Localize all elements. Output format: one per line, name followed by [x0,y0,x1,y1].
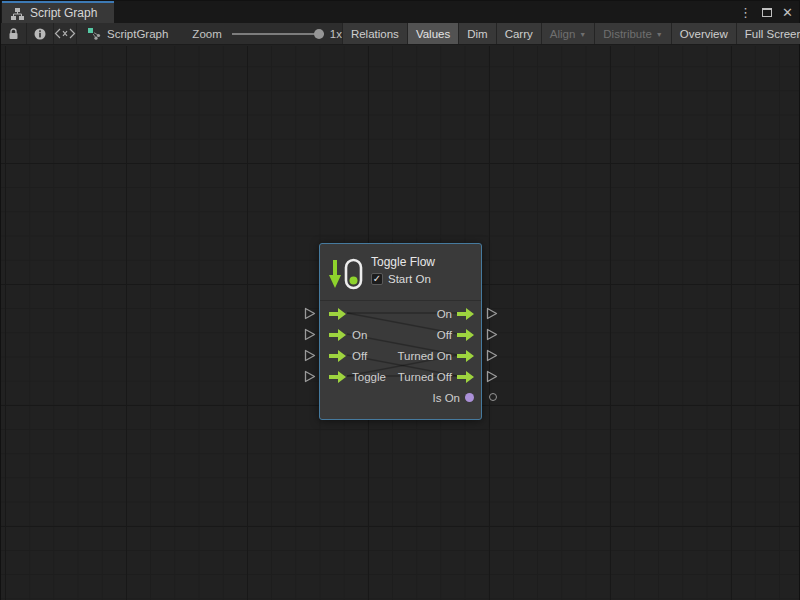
output-connector-triangle[interactable] [486,370,498,383]
output-port-on[interactable]: On [437,303,474,324]
zoom-value: 1x [330,28,342,40]
flow-port-arrow [457,329,474,341]
output-port-turned-on[interactable]: Turned On [397,345,474,366]
zoom-label: Zoom [192,28,221,40]
output-connector-triangle[interactable] [486,307,498,320]
flow-port-arrow [329,329,346,341]
output-port-turned-off[interactable]: Turned Off [398,366,474,387]
input-connector-triangle[interactable] [304,349,316,362]
flow-port-arrow [329,308,346,320]
values-button[interactable]: Values [407,23,458,44]
toggle-switch-icon [344,258,363,290]
lock-button[interactable] [1,23,27,44]
script-graph-window: Script Graph ⋮ ✕ [0,0,800,600]
input-port-on[interactable]: On [329,324,367,345]
title-bar: Script Graph ⋮ ✕ [1,1,799,23]
tab-title: Script Graph [30,6,97,20]
toggle-flow-icon [328,253,363,294]
output-port-is-on[interactable]: Is On [433,387,474,408]
flow-port-arrow [457,371,474,383]
node-title: Toggle Flow [371,255,435,269]
chevron-down-icon: ▼ [656,31,663,38]
fullscreen-button[interactable]: Full Screen [736,23,800,44]
zoom-slider-track [232,33,324,35]
breadcrumb-scriptgraph[interactable]: ScriptGraph [77,23,178,44]
tab-script-graph[interactable]: Script Graph [2,1,114,23]
flow-port-arrow [329,350,346,362]
distribute-button[interactable]: Distribute ▼ [594,23,671,44]
info-icon [34,28,46,40]
edit-script-button[interactable] [54,23,77,44]
overview-button[interactable]: Overview [671,23,736,44]
value-connector-ring[interactable] [489,393,497,401]
chevron-down-icon: ▼ [579,31,586,38]
graph-canvas[interactable]: Toggle Flow ✓ Start On [1,46,799,600]
input-connector-triangle[interactable] [304,307,316,320]
input-port-enter[interactable] [329,303,352,324]
kebab-menu-icon[interactable]: ⋮ [739,6,752,19]
output-connector-triangle[interactable] [486,349,498,362]
carry-button[interactable]: Carry [496,23,541,44]
node-header: Toggle Flow ✓ Start On [320,244,481,301]
lock-icon [8,28,19,40]
graph-toolbar: ScriptGraph Zoom 1x Relations Values Dim… [1,23,799,45]
value-port-dot [465,393,474,402]
input-connector-triangle[interactable] [304,328,316,341]
input-port-toggle[interactable]: Toggle [329,366,386,387]
node-toggle-flow[interactable]: Toggle Flow ✓ Start On [319,243,482,420]
zoom-control: Zoom 1x [192,23,342,44]
zoom-slider-handle[interactable] [314,29,324,39]
toolbar-toggle-group: Relations Values Dim Carry Align ▼ Distr… [342,23,800,44]
checkbox-label: Start On [388,273,431,285]
flow-port-arrow [329,371,346,383]
close-icon[interactable]: ✕ [782,6,793,19]
start-on-checkbox[interactable]: ✓ Start On [371,273,435,285]
flow-arrow-icon [328,259,342,290]
port-row: On [320,303,481,324]
script-graph-icon [87,27,101,40]
node-header-text: Toggle Flow ✓ Start On [371,253,435,294]
relations-button[interactable]: Relations [342,23,407,44]
port-row: On Off [320,324,481,345]
port-row: Toggle Turned Off [320,366,481,387]
node-ports: On On Off [320,301,481,408]
dim-button[interactable]: Dim [458,23,495,44]
angle-brackets-x-icon [54,28,76,39]
maximize-icon[interactable] [762,8,772,17]
graph-tab-icon [11,7,24,20]
port-row: Off Turned On [320,345,481,366]
output-connector-triangle[interactable] [486,328,498,341]
info-button[interactable] [27,23,54,44]
zoom-slider[interactable] [232,28,324,40]
flow-port-arrow [457,308,474,320]
input-port-off[interactable]: Off [329,345,367,366]
window-controls: ⋮ ✕ [739,1,793,23]
output-port-off[interactable]: Off [437,324,474,345]
port-row: Is On [320,387,481,408]
checkbox-check-icon[interactable]: ✓ [371,273,383,285]
flow-port-arrow [457,350,474,362]
breadcrumb-label: ScriptGraph [107,28,168,40]
align-button[interactable]: Align ▼ [541,23,595,44]
input-connector-triangle[interactable] [304,370,316,383]
